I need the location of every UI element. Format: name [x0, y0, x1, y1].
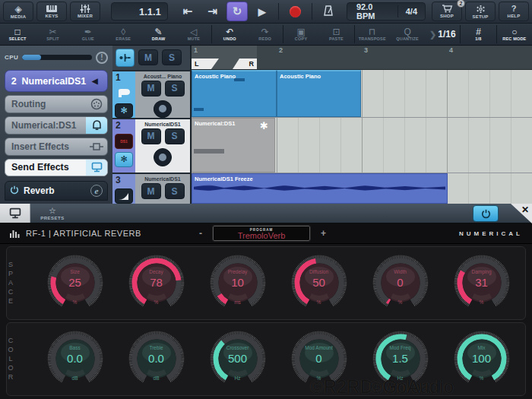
song-position-display[interactable]: 1.1.1 — [111, 2, 168, 21]
track-2-solo-button[interactable]: S — [165, 128, 185, 144]
quantize-value[interactable]: ❯1/16 — [425, 24, 460, 45]
knob-predelay[interactable]: Predelay10ms — [207, 251, 268, 316]
midi-clip[interactable]: Acoustic Piano — [277, 70, 361, 117]
erase-button[interactable]: ◊ERASE — [106, 24, 141, 45]
reverb-slot-row[interactable]: Reverb e — [5, 181, 108, 201]
midi-clip[interactable]: Acoustic Piano — [192, 70, 277, 117]
metronome-button[interactable] — [317, 2, 339, 21]
keys-button[interactable]: KEYS — [36, 2, 67, 21]
track-3-solo-button[interactable]: S — [165, 183, 185, 199]
alert-icon[interactable]: ! — [96, 52, 108, 64]
send-effects-row[interactable]: Send Effects — [5, 159, 108, 177]
copy-button[interactable]: ▣COPY — [283, 24, 318, 45]
power-icon[interactable] — [10, 184, 19, 198]
setup-button[interactable]: SETUP — [465, 2, 496, 21]
mixer-button[interactable]: MIXER — [70, 2, 100, 21]
collapse-triangle-icon[interactable]: ◀ — [92, 77, 107, 85]
grid-button[interactable]: #1/8 — [461, 24, 496, 45]
send-effects-tab-selected[interactable] — [0, 204, 30, 223]
knob-label: Size — [45, 269, 106, 274]
paste-icon: ⊡ — [332, 27, 340, 36]
go-to-start-button[interactable]: ⇤ — [177, 2, 199, 21]
track-row-3[interactable]: 3 NumericalDS1 M S — [112, 173, 190, 204]
mute-button[interactable]: ◁MUTE — [176, 24, 211, 45]
knob-unit: % — [370, 299, 431, 305]
track-2-mute-button[interactable]: M — [141, 128, 161, 144]
transpose-button[interactable]: ⊓TRANSPOSE — [355, 24, 390, 45]
shop-button[interactable]: SHOP 2 — [432, 2, 462, 21]
cpu-meter-fill — [22, 55, 41, 60]
knob-value: 78 — [126, 276, 187, 289]
knob-crossover[interactable]: Crossover500Hz — [207, 327, 268, 392]
knob-mod-amount[interactable]: Mod Amount0% — [289, 327, 350, 392]
instrument-row[interactable]: Numerical:DS1 — [5, 116, 108, 135]
program-next-button[interactable]: + — [321, 228, 326, 239]
global-solo-button[interactable]: S — [162, 49, 182, 65]
knob-damping[interactable]: Damping31% — [451, 251, 512, 316]
knob-size[interactable]: Size25% — [45, 251, 106, 316]
help-button[interactable]: ? HELP — [499, 2, 529, 21]
insert-effects-row[interactable]: Insert Effects — [5, 138, 108, 156]
draw-icon: ✎ — [155, 27, 163, 36]
freeze-button-active[interactable]: ✻ — [115, 152, 133, 167]
track-3-lane[interactable]: NumericalDS1 Freeze — [192, 173, 532, 204]
track-1-record-arm-button[interactable] — [154, 100, 172, 118]
grid-icon: # — [476, 27, 481, 36]
quantize-icon: Q — [404, 27, 410, 36]
quantize-button[interactable]: QQUANTIZE — [390, 24, 425, 45]
knob-treble[interactable]: Treble0.0dB — [126, 327, 187, 392]
freeze-audio-clip[interactable]: NumericalDS1 Freeze — [192, 173, 448, 204]
split-button[interactable]: ✂SPLIT — [35, 24, 70, 45]
program-prev-button[interactable]: - — [199, 228, 202, 239]
select-button[interactable]: □SELECT — [0, 24, 35, 45]
selected-track-button[interactable]: 2 NumericalDS1 ◀ — [5, 70, 108, 93]
close-panel-button[interactable]: ✕ — [521, 204, 529, 215]
redo-button[interactable]: ↷REDO — [248, 24, 283, 45]
tempo-display[interactable]: 92.0 BPM 4/4 — [347, 2, 426, 21]
track-1-solo-button[interactable]: S — [165, 81, 185, 97]
go-to-end-button[interactable]: ⇥ — [201, 2, 223, 21]
track-1-lane[interactable]: Acoustic Piano Acoustic Piano — [192, 70, 532, 118]
draw-button[interactable]: ✎DRAW — [141, 24, 176, 45]
timeline-ruler[interactable]: L R 1234 — [192, 46, 532, 70]
auto-scroll-button[interactable] — [116, 49, 135, 67]
track-3-mute-button[interactable]: M — [141, 183, 161, 199]
freeze-button[interactable]: ✻ — [115, 103, 133, 118]
knob-width[interactable]: Width0% — [370, 251, 431, 316]
knob-value: 1.5 — [370, 352, 431, 365]
track-2-lane[interactable]: Numerical:DS1 ✱ — [192, 118, 532, 173]
record-button[interactable] — [284, 2, 306, 21]
play-button[interactable]: ▶ — [251, 2, 273, 21]
color-section-label: COLOR — [7, 329, 34, 390]
effect-power-button[interactable] — [473, 205, 499, 222]
frozen-midi-clip[interactable]: Numerical:DS1 ✱ — [192, 118, 275, 173]
glue-button[interactable]: ✒GLUE — [71, 24, 106, 45]
edit-effect-button[interactable]: e — [90, 185, 103, 197]
knob-label: Mix — [451, 345, 512, 350]
copy-label: COPY — [295, 37, 307, 42]
erase-label: ERASE — [116, 37, 131, 42]
go-to-start-icon: ⇤ — [183, 5, 193, 18]
undo-button[interactable]: ↶UNDO — [212, 24, 247, 45]
knob-diffusion[interactable]: Diffusion50% — [289, 251, 350, 316]
presets-tab[interactable]: ☆ PRESETS — [30, 204, 74, 223]
paste-button[interactable]: ⊡PASTE — [318, 24, 353, 45]
routing-row[interactable]: Routing — [5, 95, 108, 113]
global-mute-button[interactable]: M — [138, 49, 158, 65]
knob-label: Crossover — [207, 345, 268, 350]
program-selector[interactable]: PROGRAM TremoloVerb — [213, 226, 310, 241]
knob-mod-freq[interactable]: Mod Freq1.5Hz — [370, 327, 431, 392]
cycle-button[interactable]: ↻ — [226, 2, 249, 21]
knob-decay[interactable]: Decay78% — [126, 251, 187, 316]
track-2-number: 2 — [112, 120, 121, 131]
track-1-mute-button[interactable]: M — [141, 81, 161, 97]
knob-bass[interactable]: Bass0.0dB — [45, 327, 106, 392]
recmode-button[interactable]: ○REC MODE — [497, 24, 532, 45]
track-row-1[interactable]: 1 ✻ Acoust... Piano M S — [112, 70, 190, 118]
media-button[interactable]: ◈ MEDIA — [3, 2, 33, 21]
track-row-2[interactable]: 2 DS1 ✻ NumericalDS1 M S — [112, 118, 190, 173]
knob-unit: Hz — [370, 375, 431, 381]
setup-gear-icon — [476, 5, 486, 14]
knob-mix[interactable]: Mix100% — [451, 327, 512, 392]
track-2-record-arm-button[interactable] — [154, 148, 172, 166]
